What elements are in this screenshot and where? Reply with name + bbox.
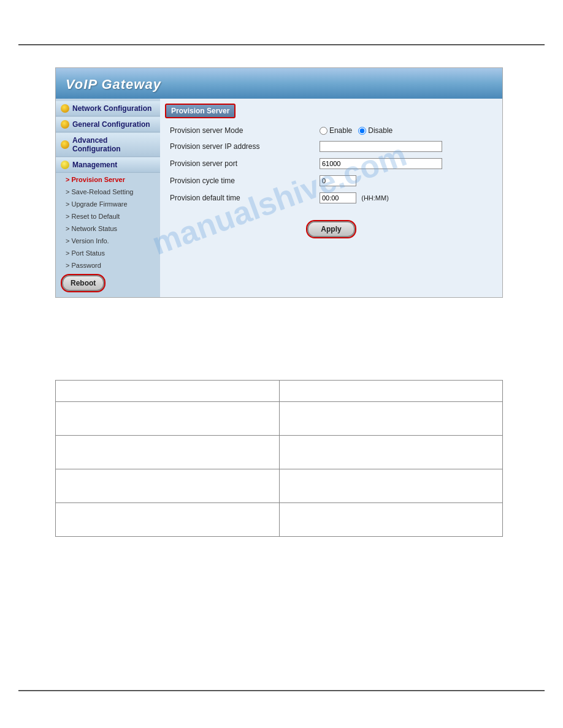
table-row-port: Provision server port: [165, 155, 497, 172]
sidebar-sub-label-netstatus: > Network Status: [66, 225, 117, 232]
sidebar-sub-label-password: > Password: [66, 262, 101, 269]
radio-disable-text: Disable: [368, 126, 393, 135]
radio-enable-label[interactable]: Enable: [320, 126, 352, 135]
sidebar-sub-save-reload[interactable]: > Save-Reload Setting: [56, 186, 160, 198]
data-table-container: [55, 380, 503, 537]
sidebar-sub-provision-server[interactable]: > Provision Server: [56, 173, 160, 186]
bullet-icon: [61, 140, 69, 149]
sidebar-label-network: Network Configuration: [72, 104, 151, 113]
sidebar-sub-upgrade-firmware[interactable]: > Upgrade Firmware: [56, 198, 160, 210]
table-cell: [279, 402, 503, 436]
reboot-button[interactable]: Reboot: [62, 275, 104, 291]
radio-enable[interactable]: [320, 127, 327, 135]
provision-table: Provision server Mode Enable Disable: [165, 123, 497, 207]
radio-disable-label[interactable]: Disable: [358, 126, 393, 135]
default-time-input[interactable]: [320, 192, 356, 203]
mode-value: Enable Disable: [315, 123, 497, 138]
table-cell: [279, 436, 503, 469]
table-cell: [56, 381, 280, 402]
ui-body: Network Configuration General Configurat…: [56, 99, 502, 297]
port-label: Provision server port: [165, 155, 315, 172]
data-table: [55, 380, 503, 537]
apply-row: Apply: [165, 207, 497, 243]
hhmm-suffix: (HH:MM): [361, 194, 389, 202]
ui-header: VoIP Gateway: [56, 68, 502, 99]
sidebar-sub-port-status[interactable]: > Port Status: [56, 247, 160, 259]
table-cell: [56, 436, 280, 469]
default-time-label: Provision default time: [165, 189, 315, 207]
main-content: Provision Server Provision server Mode E…: [160, 99, 502, 297]
bullet-icon: [61, 104, 69, 113]
table-row-default-time: Provision default time (HH:MM): [165, 189, 497, 207]
sidebar-sub-reset-default[interactable]: > Reset to Default: [56, 210, 160, 222]
sidebar-sub-label-version: > Version Info.: [66, 237, 109, 245]
table-cell: [56, 402, 280, 436]
radio-enable-text: Enable: [329, 126, 352, 135]
sidebar-label-management: Management: [72, 161, 117, 169]
table-row: [56, 503, 503, 537]
sidebar-item-advanced-config[interactable]: Advanced Configuration: [56, 133, 160, 157]
port-value: [315, 155, 497, 172]
bottom-rule: [18, 690, 545, 691]
table-row-mode: Provision server Mode Enable Disable: [165, 123, 497, 138]
sidebar: Network Configuration General Configurat…: [56, 99, 160, 297]
table-row: [56, 381, 503, 402]
table-cell: [279, 381, 503, 402]
table-cell: [56, 469, 280, 503]
cycle-label: Provision cycle time: [165, 172, 315, 189]
sidebar-sub-label-upgrade: > Upgrade Firmware: [66, 200, 128, 208]
default-time-value: (HH:MM): [315, 189, 497, 207]
sidebar-item-network-config[interactable]: Network Configuration: [56, 101, 160, 116]
provision-server-header: Provision Server: [165, 104, 236, 118]
sidebar-label-advanced: Advanced Configuration: [72, 136, 155, 153]
sidebar-sub-label-provision: > Provision Server: [66, 176, 125, 183]
table-row: [56, 402, 503, 436]
ip-value: [315, 138, 497, 155]
table-row: [56, 469, 503, 503]
sidebar-sub-version-info[interactable]: > Version Info.: [56, 235, 160, 247]
table-row-ip: Provision server IP address: [165, 138, 497, 155]
radio-disable[interactable]: [358, 127, 366, 135]
cycle-value: [315, 172, 497, 189]
table-row: [56, 436, 503, 469]
table-cell: [279, 469, 503, 503]
sidebar-sub-label-save: > Save-Reload Setting: [66, 188, 133, 195]
bullet-yellow-icon: [61, 161, 69, 169]
mode-label: Provision server Mode: [165, 123, 315, 138]
ip-input[interactable]: [320, 141, 442, 152]
radio-group-mode: Enable Disable: [320, 126, 492, 135]
ui-container: VoIP Gateway Network Configuration Gener…: [55, 67, 503, 298]
ip-label: Provision server IP address: [165, 138, 315, 155]
sidebar-sub-label-port: > Port Status: [66, 249, 105, 257]
table-row-cycle: Provision cycle time: [165, 172, 497, 189]
top-rule: [18, 44, 545, 45]
app-title: VoIP Gateway: [66, 77, 161, 93]
cycle-input[interactable]: [320, 175, 356, 186]
sidebar-sub-password[interactable]: > Password: [56, 259, 160, 271]
sidebar-item-general-config[interactable]: General Configuration: [56, 117, 160, 132]
table-cell: [279, 503, 503, 537]
table-cell: [56, 503, 280, 537]
sidebar-label-general: General Configuration: [72, 120, 150, 129]
sidebar-sub-label-reset: > Reset to Default: [66, 213, 120, 220]
sidebar-sub-network-status[interactable]: > Network Status: [56, 222, 160, 235]
apply-button[interactable]: Apply: [307, 221, 354, 237]
port-input[interactable]: [320, 158, 442, 169]
bullet-icon: [61, 120, 69, 129]
sidebar-management-label: Management: [56, 157, 160, 173]
